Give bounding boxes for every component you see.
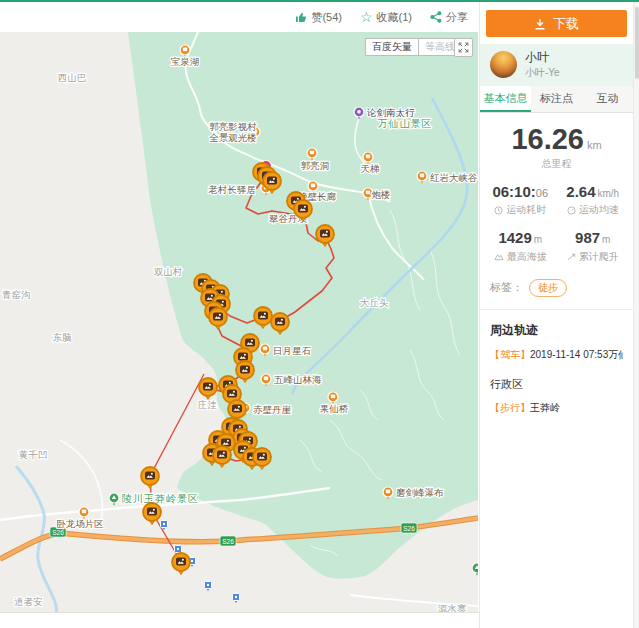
photo-marker[interactable] [141, 467, 159, 489]
map-label: 宝泉湖 [171, 56, 200, 67]
climb-value: 987 [575, 229, 600, 246]
map-label: 五峰山林海 [274, 374, 322, 385]
photo-marker[interactable] [172, 553, 190, 575]
altitude-caption: 最高海拔 [507, 250, 547, 264]
like-label: 赞(54) [311, 10, 342, 25]
map-label: 双山村 [154, 266, 183, 277]
thumbs-up-icon [295, 11, 307, 23]
speed-caption: 运动均速 [579, 203, 619, 217]
user-name: 小叶 [525, 50, 560, 66]
share-button[interactable]: 分享 [430, 10, 468, 25]
altitude-value: 1429 [498, 229, 531, 246]
speed-stat: 2.64km/h 运动均速 [557, 184, 630, 218]
map-label: 磨剑峰瀑布 [396, 487, 444, 498]
photo-marker[interactable] [143, 503, 161, 525]
expand-arrows-icon [458, 42, 469, 53]
stats-grid: 06:10:06 运动耗时 2.64km/h 运动均速 1429m 最高海拔 [484, 184, 629, 264]
speed-value: 2.64 [566, 183, 595, 200]
svg-text:S26: S26 [52, 529, 64, 536]
photo-marker[interactable] [199, 378, 217, 400]
map-label: 郭亮洞 [301, 160, 330, 171]
avatar[interactable] [490, 51, 517, 78]
tab-interaction[interactable]: 互动 [582, 86, 633, 112]
download-label: 下载 [553, 15, 579, 33]
duration-value: 06:10: [492, 183, 535, 200]
map-label: 炮楼 [372, 189, 391, 200]
page-top-accent-line [0, 0, 639, 2]
map-label: 东脑 [53, 332, 72, 343]
stats-panel: 16.26km 总里程 06:10:06 运动耗时 2.64km/h 运动均速 [480, 113, 633, 266]
map-label: 庄洼 [198, 399, 218, 410]
mountain-icon [494, 252, 504, 261]
share-label: 分享 [446, 10, 468, 25]
highway-shield: S26 [220, 536, 236, 546]
gauge-icon [567, 206, 576, 215]
map-label: 郭亮影视村 [209, 121, 257, 132]
map-canvas[interactable]: S26S26S26西山巴青窑沟东脑黄千凹道者安庄洼双山村大丘头源水寨万仙山景区宝… [0, 32, 478, 612]
download-button[interactable]: 下载 [486, 10, 627, 37]
map-label: 果仙桥 [320, 403, 349, 414]
clock-icon [494, 206, 503, 215]
map-label: 论剑南太行 [366, 107, 415, 118]
tag-label: 标签： [490, 280, 523, 295]
distance-value: 16.26km [484, 125, 629, 154]
svg-text:S26: S26 [403, 525, 415, 532]
hotel-marker[interactable] [205, 582, 212, 592]
highway-shield: S26 [401, 523, 417, 533]
map-label: 大丘头 [360, 297, 389, 308]
map-label: 全景观光楼 [209, 132, 257, 143]
map-label: 老村长驿居 [208, 184, 256, 195]
region-name: 王莽岭 [530, 402, 560, 413]
share-icon [430, 11, 442, 23]
user-card: 小叶 小叶-Ye [480, 44, 633, 86]
sidebar: 下载 小叶 小叶-Ye 基本信息 标注点 互动 16.26km 总里程 06:1… [479, 2, 633, 628]
fullscreen-button[interactable] [454, 38, 473, 57]
map-label: 赤壁丹崖 [253, 404, 292, 415]
nearby-tracks-title: 周边轨迹 [490, 322, 623, 339]
scrollbar-thumb[interactable] [635, 7, 639, 79]
region-track-link[interactable]: 【步行】王莽岭 [490, 401, 623, 415]
layer-vector-button[interactable]: 百度矢量 [365, 38, 419, 56]
map-base-layer: S26S26S26西山巴青窑沟东脑黄千凹道者安庄洼双山村大丘头源水寨万仙山景区宝… [0, 32, 478, 612]
scrollbar[interactable] [633, 2, 639, 628]
hotel-marker[interactable] [233, 594, 240, 604]
green-poi-marker [109, 493, 119, 506]
tag-row: 标签： 徒步 [480, 266, 633, 309]
svg-text:S26: S26 [222, 538, 234, 545]
climb-stat: 987m 累计爬升 [557, 230, 630, 264]
map-footer-strip [0, 612, 479, 628]
favorite-button[interactable]: ☆ 收藏(1) [360, 10, 412, 25]
nearby-tracks-section: 周边轨迹 【驾车】2019-11-14 07:53万仙山到济源 行政区 【步行】… [480, 310, 633, 415]
altitude-unit: m [534, 234, 542, 245]
nearby-track-link[interactable]: 【驾车】2019-11-14 07:53万仙山到济源 [490, 348, 623, 362]
track-title: 2019-11-14 07:53万仙山到济源 [530, 349, 623, 360]
duration-stat: 06:10:06 运动耗时 [484, 184, 557, 218]
map-label: 天梯 [361, 163, 381, 174]
map-label: 日月星石 [273, 345, 312, 356]
map-label: 道者安 [14, 596, 43, 607]
toolbar: 赞(54) ☆ 收藏(1) 分享 [0, 2, 478, 32]
tab-waypoints[interactable]: 标注点 [531, 86, 582, 112]
track-type-badge: 【驾车】 [490, 349, 530, 360]
distance-caption: 总里程 [484, 157, 629, 171]
region-title: 行政区 [490, 377, 623, 392]
download-icon [534, 18, 546, 30]
map-label: 万仙山景区 [378, 118, 433, 129]
map-label: 卧龙场片区 [56, 518, 104, 529]
map-label: 西山巴 [58, 72, 87, 83]
duration-caption: 运动耗时 [506, 203, 546, 217]
altitude-stat: 1429m 最高海拔 [484, 230, 557, 264]
climb-caption: 累计爬升 [579, 250, 619, 264]
climb-unit: m [602, 234, 610, 245]
star-icon: ☆ [360, 12, 373, 22]
tab-basic-info[interactable]: 基本信息 [480, 86, 531, 112]
tab-bar: 基本信息 标注点 互动 [480, 86, 633, 113]
favorite-label: 收藏(1) [377, 10, 412, 25]
map-label: 源水寨 [438, 603, 467, 612]
map-label: 陵川王莽岭景区 [122, 493, 199, 504]
climb-icon [567, 252, 576, 261]
speed-unit: km/h [598, 188, 620, 199]
like-button[interactable]: 赞(54) [295, 10, 342, 25]
distance-unit: km [587, 139, 602, 151]
region-type-badge: 【步行】 [490, 402, 530, 413]
